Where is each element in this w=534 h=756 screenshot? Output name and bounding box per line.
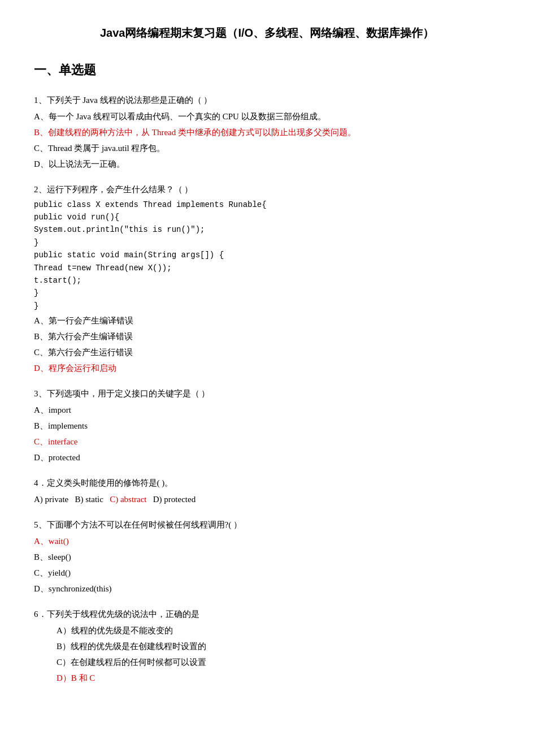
question-3-text: 3、下列选项中，用于定义接口的关键字是（ ） (34, 386, 500, 401)
section-title: 一、单选题 (34, 59, 500, 81)
q4-option-c: C) abstract (110, 495, 146, 504)
question-4: 4．定义类头时能使用的修饰符是( )。 A) private B) static… (34, 476, 500, 507)
q2-option-a: A、第一行会产生编译错误 (34, 313, 500, 329)
q5-option-d: D、synchronized(this) (34, 581, 500, 597)
question-2-code: public class X extends Thread implements… (34, 198, 500, 313)
question-4-text: 4．定义类头时能使用的修饰符是( )。 (34, 476, 500, 491)
q6-option-a: A）线程的优先级是不能改变的 (34, 623, 500, 638)
q1-option-c: C、Thread 类属于 java.util 程序包。 (34, 141, 500, 156)
question-5: 5、下面哪个方法不可以在任何时候被任何线程调用?( ） A、wait() B、s… (34, 517, 500, 597)
q1-option-d: D、以上说法无一正确。 (34, 157, 500, 172)
q1-option-b: B、创建线程的两种方法中，从 Thread 类中继承的创建方式可以防止出现多父类… (34, 125, 500, 140)
q1-option-a: A、每一个 Java 线程可以看成由代码、一个真实的 CPU 以及数据三部份组成… (34, 109, 500, 124)
question-1: 1、下列关于 Java 线程的说法那些是正确的（ ） A、每一个 Java 线程… (34, 93, 500, 172)
q3-option-a: A、import (34, 403, 500, 418)
q4-option-a: A) private B) static (34, 495, 110, 504)
q2-option-b: B、第六行会产生编译错误 (34, 329, 500, 344)
q5-option-b: B、sleep() (34, 550, 500, 565)
q6-option-c: C）在创建线程后的任何时候都可以设置 (34, 655, 500, 670)
question-1-text: 1、下列关于 Java 线程的说法那些是正确的（ ） (34, 93, 500, 108)
question-4-inline-options: A) private B) static C) abstract D) prot… (34, 492, 500, 507)
question-6-text: 6．下列关于线程优先级的说法中，正确的是 (34, 607, 500, 622)
q3-option-b: B、implements (34, 418, 500, 434)
q2-option-d: D、程序会运行和启动 (34, 361, 500, 376)
question-2: 2、运行下列程序，会产生什么结果？（ ） public class X exte… (34, 182, 500, 377)
q3-option-c: C、interface (34, 434, 500, 450)
question-3: 3、下列选项中，用于定义接口的关键字是（ ） A、import B、implem… (34, 386, 500, 465)
question-2-text: 2、运行下列程序，会产生什么结果？（ ） (34, 182, 500, 197)
question-5-text: 5、下面哪个方法不可以在任何时候被任何线程调用?( ） (34, 517, 500, 533)
page-title: Java网络编程期末复习题（I/O、多线程、网络编程、数据库操作） (34, 23, 500, 43)
q6-option-b: B）线程的优先级是在创建线程时设置的 (34, 639, 500, 654)
q5-option-a: A、wait() (34, 534, 500, 549)
q2-option-c: C、第六行会产生运行错误 (34, 345, 500, 360)
question-6: 6．下列关于线程优先级的说法中，正确的是 A）线程的优先级是不能改变的 B）线程… (34, 607, 500, 686)
q5-option-c: C、yield() (34, 565, 500, 581)
q6-option-d: D）B 和 C (34, 671, 500, 686)
q4-option-d: D) protected (147, 495, 196, 504)
q3-option-d: D、protected (34, 450, 500, 465)
